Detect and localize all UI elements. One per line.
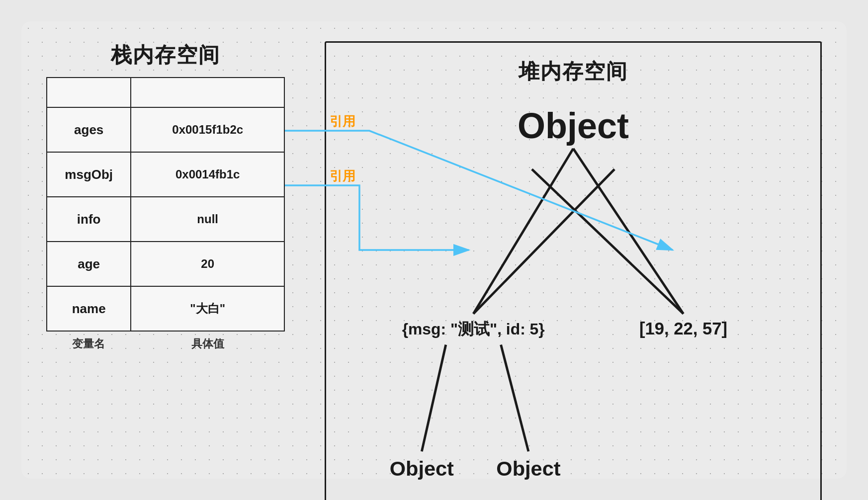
msgobj-var: msgObj — [47, 152, 131, 197]
heap-title: 堆内存空间 — [519, 58, 628, 85]
info-value: null — [131, 197, 284, 242]
age-var: age — [47, 242, 131, 286]
age-value: 20 — [131, 242, 284, 286]
name-row: name "大白" — [47, 286, 284, 331]
info-var: info — [47, 197, 131, 242]
main-container: 栈内存空间 ages 0x0015f1b2c msgObj 0x0014fb1c — [21, 21, 847, 479]
svg-line-1 — [573, 149, 684, 314]
svg-line-5 — [501, 345, 528, 452]
heap-node-arr: [19, 22, 57] — [639, 319, 727, 338]
svg-line-0 — [473, 149, 573, 314]
heap-object-top: Object — [518, 106, 629, 146]
heap-obj1: Object — [390, 457, 454, 480]
ages-value: 0x0015f1b2c — [131, 107, 284, 152]
footer-var-label: 变量名 — [46, 336, 131, 351]
stack-title: 栈内存空间 — [111, 41, 220, 69]
heap-diagram: Object {msg: "测试", id: 5} [19, 22, 57] O… — [346, 100, 800, 500]
heap-node-msg: {msg: "测试", id: 5} — [402, 320, 545, 338]
ages-row: ages 0x0015f1b2c — [47, 107, 284, 152]
stack-footer: 变量名 具体值 — [46, 336, 285, 351]
name-value: "大白" — [131, 286, 284, 331]
info-row: info null — [47, 197, 284, 242]
name-var: name — [47, 286, 131, 331]
ages-var: ages — [47, 107, 131, 152]
svg-line-3 — [473, 169, 614, 314]
svg-line-2 — [532, 169, 684, 314]
stack-header-row — [47, 78, 284, 107]
header-var-cell — [47, 78, 131, 107]
footer-val-label: 具体值 — [131, 336, 285, 351]
msgobj-value: 0x0014fb1c — [131, 152, 284, 197]
stack-table: ages 0x0015f1b2c msgObj 0x0014fb1c info … — [46, 77, 285, 332]
svg-line-4 — [422, 345, 445, 452]
stack-section: 栈内存空间 ages 0x0015f1b2c msgObj 0x0014fb1c — [46, 41, 285, 351]
header-val-cell — [131, 78, 284, 107]
heap-obj2: Object — [496, 457, 560, 480]
age-row: age 20 — [47, 242, 284, 286]
heap-section: 堆内存空间 Object {msg: "测试", id: 5} [19, 22,… — [325, 41, 822, 500]
msgobj-row: msgObj 0x0014fb1c — [47, 152, 284, 197]
